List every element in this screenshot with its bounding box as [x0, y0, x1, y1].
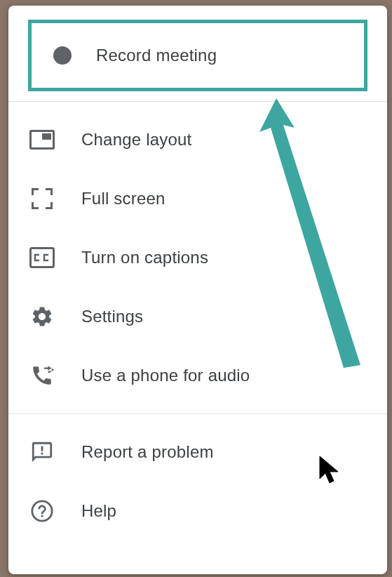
captions-label: Turn on captions	[81, 248, 208, 267]
svg-rect-3	[41, 446, 43, 451]
fullscreen-icon	[28, 185, 56, 213]
svg-rect-4	[41, 453, 43, 455]
report-problem-item[interactable]: Report a problem	[8, 423, 387, 482]
record-meeting-label: Record meeting	[96, 46, 217, 65]
full-screen-label: Full screen	[81, 189, 165, 208]
divider	[8, 101, 387, 102]
captions-icon	[28, 244, 56, 272]
divider	[8, 413, 387, 414]
svg-rect-1	[42, 133, 51, 140]
phone-audio-item[interactable]: Use a phone for audio	[8, 346, 387, 405]
change-layout-item[interactable]: Change layout	[8, 110, 387, 169]
change-layout-label: Change layout	[81, 130, 191, 150]
report-problem-label: Report a problem	[81, 442, 214, 462]
record-icon	[48, 41, 76, 69]
svg-point-5	[32, 501, 52, 521]
full-screen-item[interactable]: Full screen	[8, 169, 387, 228]
help-item[interactable]: Help	[8, 482, 387, 540]
phone-forward-icon	[28, 362, 56, 390]
menu-section-support: Report a problem Help	[8, 417, 387, 546]
svg-rect-2	[31, 248, 54, 267]
settings-label: Settings	[81, 307, 143, 326]
layout-icon	[28, 126, 56, 154]
help-label: Help	[81, 501, 116, 521]
gear-icon	[28, 303, 56, 331]
feedback-icon	[28, 438, 56, 466]
help-icon	[28, 497, 56, 525]
options-menu: Record meeting Change layout	[8, 6, 387, 574]
phone-audio-label: Use a phone for audio	[81, 366, 250, 385]
menu-section-main: Change layout Full screen	[8, 105, 387, 411]
record-meeting-item[interactable]: Record meeting	[28, 20, 367, 91]
settings-item[interactable]: Settings	[8, 287, 387, 346]
captions-item[interactable]: Turn on captions	[8, 228, 387, 287]
